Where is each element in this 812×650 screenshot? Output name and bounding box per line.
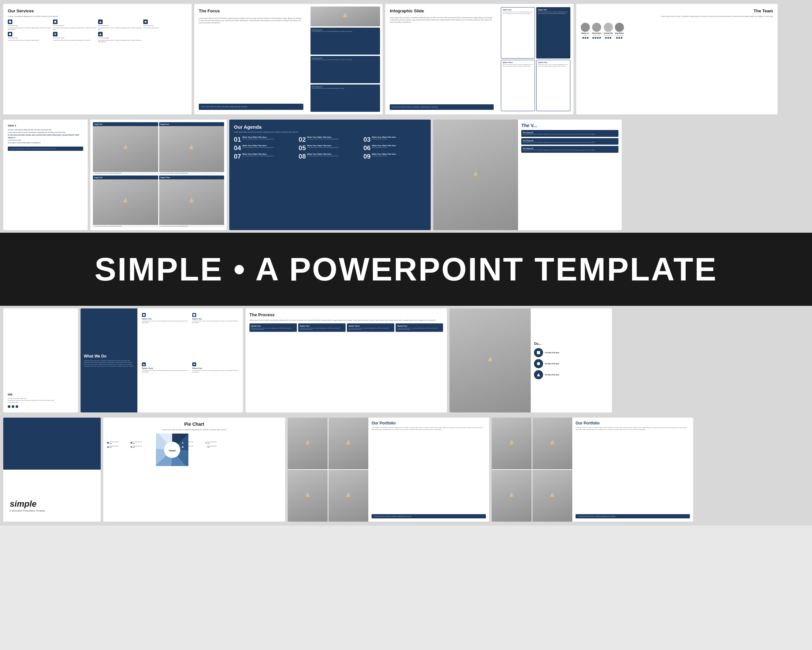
slide-images-grid: Image Two Lorem ipsum dolor sit amet, co…	[90, 119, 227, 230]
partial-options-title: Ou...	[534, 342, 609, 346]
service-name-4: Our Services Five	[143, 25, 154, 26]
row-4: simple A Minimalist Presentation Templat…	[0, 415, 812, 526]
legend-dot-7	[107, 446, 109, 448]
banner-title: SIMPLE • A POWERPOINT TEMPLATE	[95, 251, 717, 288]
service-icon-7	[98, 32, 103, 37]
service-icon-6	[53, 32, 58, 37]
img-4-label: Image Four	[159, 122, 224, 126]
social-dot-f-3	[605, 37, 607, 39]
what-option-body-3: Lorem ipsum dolor sit amet, consectetur …	[142, 370, 188, 373]
portfolio-1-cta: Lorem ipsum dolor sit amet, consectetur …	[372, 514, 486, 518]
legend-text-6: Pie Chart Slice 0612%	[184, 441, 193, 444]
slide1-tag: Slide 1	[8, 124, 83, 127]
agenda-num-2: 02	[299, 136, 306, 143]
focus-caption: Lorem ipsum dolor sit amet, consectetur …	[201, 106, 301, 108]
agenda-item-7: 07 Write Your Slide Title Here Lorem ips…	[234, 153, 296, 159]
legend-dot-8	[107, 442, 109, 444]
img-2-label: Image Two	[93, 122, 158, 126]
legend-text-5: Pie Chart Slice 0513%	[184, 445, 193, 448]
service-item-2: Our Services Three Lorem ipsum dolor sit…	[53, 20, 97, 31]
social-dot-f-2	[592, 37, 594, 39]
agenda-num-3: 03	[363, 136, 371, 143]
svg-point-1	[54, 21, 56, 23]
member-name-4: Jorge Muñez	[615, 32, 624, 34]
name-partial: me	[8, 393, 73, 396]
agenda-item-6: 06 Write Your Slide Title Here Lorem ips…	[363, 145, 426, 151]
agenda-item-4: 04 Write Your Slide Title Here Lorem ips…	[234, 145, 296, 151]
svg-rect-4	[9, 33, 11, 35]
portfolio-2-images	[492, 418, 572, 522]
info-footer: Lorem ipsum dolor sit amet, consectetur …	[391, 106, 492, 108]
portfolio-1-body: Lorem ipsum dolor sit amet, consectetur …	[372, 427, 486, 512]
service-icon-1	[8, 20, 12, 24]
portfolio-img-3	[288, 470, 328, 522]
svg-point-5	[55, 33, 56, 35]
portfolio-2-img-4	[532, 470, 572, 522]
name-body: sit amet, consectetur adipiscingLorem ip…	[8, 398, 73, 403]
info-option-4-title: Option Four	[538, 61, 569, 63]
img-2-bg	[93, 122, 158, 174]
proc-opt-title-3: Option Three	[348, 325, 393, 327]
agenda-item-body-6: Lorem ipsum dolor sit amet	[372, 147, 396, 148]
service-desc-3: Lorem ipsum dolor sit amet, consectetur …	[98, 27, 142, 30]
slide-portfolio-1: Our Portfolio Lorem ipsum dolor sit amet…	[288, 418, 489, 522]
pie-title: Pie Chart	[107, 422, 281, 427]
agenda-item-5: 05 Write Your Slide Title Here Lorem ips…	[299, 145, 361, 151]
legend-item-1: Pie Chart Slice 0113%	[131, 441, 153, 444]
social-dot-f-1	[582, 37, 584, 39]
img-1-bg	[93, 176, 158, 228]
row-2: Slide 1 sit amet, consectetur adipiscing…	[0, 117, 812, 233]
legend-dot-6	[182, 442, 183, 444]
legend-item-8: Pie Chart Slice 0813%	[107, 441, 130, 444]
agenda-item-2: 02 Write Your Slide Title Here Lorem ips…	[299, 136, 361, 143]
info-option-3-body: Lorem ipsum dolor sit amet, consectetur …	[502, 64, 533, 67]
legend-dot-4	[205, 446, 207, 448]
social-circle-1	[8, 405, 11, 408]
pie-chart-svg: Chart	[156, 434, 179, 456]
social-dot-in-2	[597, 37, 598, 39]
slide-partial-options: Ou... Put New Text Here Put	[450, 309, 612, 413]
what-title: What We Do	[84, 354, 134, 358]
option-icon-1	[536, 350, 541, 355]
svg-rect-8	[193, 314, 195, 316]
what-option-icon-1	[142, 313, 146, 317]
slide-the-team: The Team Lorem ipsum dolor sit amet, con…	[576, 4, 778, 115]
agenda-num-9: 09	[363, 153, 371, 159]
agenda-num-5: 05	[299, 145, 306, 151]
info-option-4-body: Lorem ipsum dolor sit amet, consectetur …	[538, 64, 569, 67]
service-name-3: Our Services Four	[98, 25, 108, 26]
grid-image-3: Image Three Lorem ipsum dolor sit amet, …	[159, 176, 224, 228]
img-3-bg	[159, 176, 224, 228]
agenda-num-1: 01	[234, 136, 241, 143]
vision-body-r1: Lorem ipsum dolor sit amet, consectetur …	[523, 133, 617, 135]
cover-top-bg	[3, 418, 101, 470]
svg-marker-13	[537, 373, 540, 376]
portfolio-1-title: Our Portfolio	[372, 421, 486, 425]
what-option-4: Option Four Lorem ipsum dolor sit amet, …	[191, 361, 240, 409]
cover-title: simple	[10, 499, 45, 509]
pie-container: Pie Chart Slice 0813% Pie Chart Slice 01…	[107, 434, 281, 456]
what-option-title-4: Option Four	[192, 367, 239, 369]
agenda-item-body-1: Lorem ipsum dolor sit amet, consectetur …	[242, 138, 273, 140]
legend-item-3: Pie Chart Slice 0313%	[205, 441, 228, 444]
grid-image-2: Image Two Lorem ipsum dolor sit amet, co…	[93, 122, 158, 174]
partial-title: The V...	[521, 123, 618, 128]
agenda-text-1: Write Your Slide Title Here Lorem ipsum …	[242, 136, 273, 140]
social-dot-g-2	[599, 37, 601, 39]
service-name-2: Our Services Three	[53, 25, 64, 26]
team-member-2: Johnny Burns Head of Sales	[592, 23, 601, 39]
proc-opt-body-2: Lorem ipsum dolor sit amet, consectetur …	[300, 327, 344, 330]
what-option-title-1: Option One	[142, 318, 188, 320]
team-title: The Team	[661, 8, 773, 13]
svg-text:Chart: Chart	[169, 449, 176, 452]
info-option-1-body: Lorem ipsum dolor sit amet, consectetur …	[502, 11, 533, 14]
service-item-4: Our Services Five Lorem ipsum dolor sit …	[143, 20, 187, 31]
what-option-1: Option One Lorem ipsum dolor sit amet, c…	[140, 312, 190, 360]
vision-2-body: Lorem ipsum dolor sit amet, consectetur …	[312, 59, 379, 61]
agenda-item-body-4: Lorem ipsum dolor sit amet, consectetur …	[242, 147, 273, 148]
what-option-2: Option Two Lorem ipsum dolor sit amet, c…	[191, 312, 240, 360]
process-opt-4: Option Four Lorem ipsum dolor sit amet, …	[395, 323, 443, 332]
social-icons-2	[592, 37, 601, 39]
img-1-label: Image One	[93, 176, 158, 179]
img-4-bg	[159, 122, 224, 174]
